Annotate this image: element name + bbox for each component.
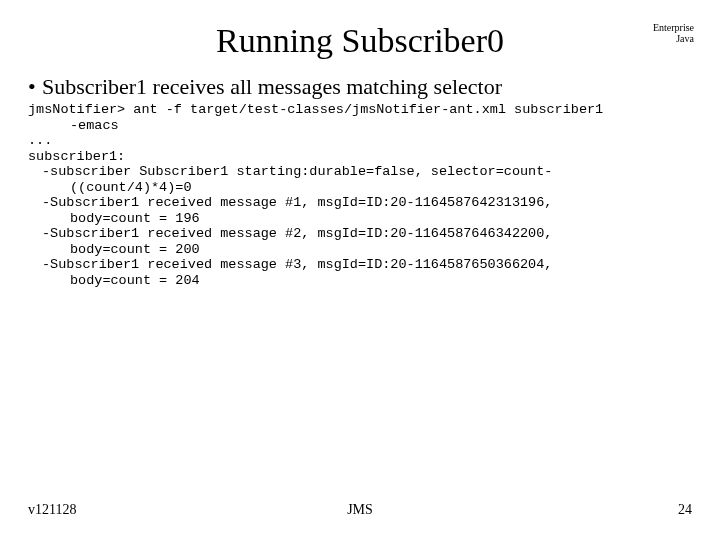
bullet-dot: • — [28, 74, 42, 100]
code-line: -Subscriber1 received message #2, msgId=… — [28, 226, 700, 242]
footer-topic: JMS — [0, 502, 720, 518]
corner-line-2: Java — [676, 33, 694, 44]
page-title: Running Subscriber0 — [0, 22, 720, 60]
code-line: -subscriber Subscriber1 starting:durable… — [28, 164, 700, 180]
code-line: jmsNotifier> ant -f target/test-classes/… — [28, 102, 603, 117]
code-line: body=count = 196 — [28, 211, 700, 227]
code-line: -emacs — [28, 118, 700, 134]
code-line: body=count = 204 — [28, 273, 700, 289]
code-line: ... — [28, 133, 52, 148]
code-block: jmsNotifier> ant -f target/test-classes/… — [28, 102, 700, 288]
code-line: subscriber1: — [28, 149, 125, 164]
bullet-text: Subscriber1 receives all messages matchi… — [42, 74, 502, 99]
corner-line-1: Enterprise — [653, 22, 694, 33]
code-line: -Subscriber1 received message #1, msgId=… — [28, 195, 700, 211]
code-line: -Subscriber1 received message #3, msgId=… — [28, 257, 700, 273]
slide: Running Subscriber0 Enterprise Java •Sub… — [0, 0, 720, 540]
code-line: body=count = 200 — [28, 242, 700, 258]
corner-label: Enterprise Java — [653, 22, 694, 44]
code-line: ((count/4)*4)=0 — [28, 180, 700, 196]
footer-page-number: 24 — [678, 502, 692, 518]
bullet-item: •Subscriber1 receives all messages match… — [28, 74, 700, 100]
